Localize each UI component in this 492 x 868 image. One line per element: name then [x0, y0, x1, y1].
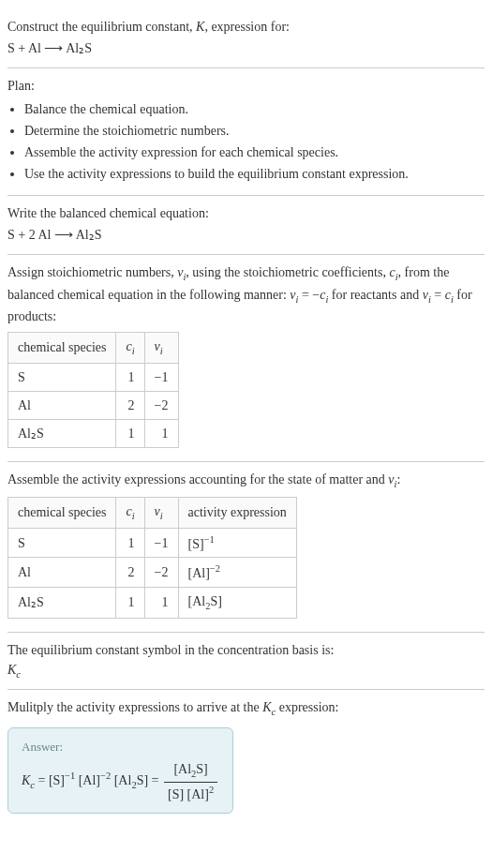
plan-section: Plan: Balance the chemical equation. Det… — [7, 68, 485, 196]
plan-list: Balance the chemical equation. Determine… — [7, 99, 485, 184]
plan-item: Balance the chemical equation. — [24, 99, 485, 119]
stoich-text: Assign stoichiometric numbers, νi, using… — [7, 262, 485, 326]
intro-equation: S + Al ⟶ Al₂S — [7, 38, 485, 58]
cell-ci: 1 — [116, 419, 144, 447]
cell-ci: 1 — [116, 528, 144, 558]
answer-box: Answer: Kc = [S]−1 [Al]−2 [Al2S] = [Al2S… — [7, 727, 233, 815]
balanced-section: Write the balanced chemical equation: S … — [7, 196, 485, 255]
plan-heading: Plan: — [7, 76, 485, 96]
symbol-value: Kc — [7, 660, 485, 682]
cell-species: S — [8, 528, 116, 558]
cell-species: Al — [8, 391, 116, 419]
cell-vi: −2 — [144, 558, 178, 588]
cell-vi: −2 — [144, 391, 178, 419]
cell-ci: 1 — [116, 363, 144, 391]
symbol-section: The equilibrium constant symbol in the c… — [7, 633, 485, 691]
table-row: Al 2 −2 [Al]−2 — [8, 558, 297, 588]
table-row: S 1 −1 [S]−1 — [8, 528, 297, 558]
table-row: Al 2 −2 — [8, 391, 179, 419]
final-section: Mulitply the activity expressions to arr… — [7, 690, 485, 821]
cell-vi: −1 — [144, 363, 178, 391]
stoich-table: chemical species ci νi S 1 −1 Al 2 −2 Al… — [7, 332, 179, 448]
cell-vi: −1 — [144, 528, 178, 558]
cell-vi: 1 — [144, 588, 178, 619]
table-header-row: chemical species ci νi activity expressi… — [8, 498, 297, 529]
plan-item: Assemble the activity expression for eac… — [24, 142, 485, 162]
col-expr: activity expression — [178, 498, 296, 529]
table-row: Al₂S 1 1 — [8, 419, 179, 447]
col-species: chemical species — [8, 498, 116, 529]
cell-species: Al₂S — [8, 588, 116, 619]
table-row: Al₂S 1 1 [Al2S] — [8, 588, 297, 619]
cell-expr: [S]−1 — [178, 528, 296, 558]
activity-text: Assemble the activity expressions accoun… — [7, 470, 485, 492]
answer-expression: Kc = [S]−1 [Al]−2 [Al2S] = [Al2S] [S] [A… — [22, 759, 219, 803]
cell-species: Al — [8, 558, 116, 588]
cell-species: S — [8, 363, 116, 391]
col-vi: νi — [144, 498, 178, 529]
balanced-heading: Write the balanced chemical equation: — [7, 203, 485, 223]
final-text: Mulitply the activity expressions to arr… — [7, 697, 485, 720]
col-species: chemical species — [8, 333, 116, 364]
cell-ci: 2 — [116, 391, 144, 419]
col-ci: ci — [116, 498, 144, 529]
cell-expr: [Al]−2 — [178, 558, 296, 588]
col-vi: νi — [144, 333, 178, 364]
table-header-row: chemical species ci νi — [8, 333, 179, 364]
balanced-equation: S + 2 Al ⟶ Al₂S — [7, 225, 485, 245]
cell-species: Al₂S — [8, 419, 116, 447]
table-row: S 1 −1 — [8, 363, 179, 391]
answer-label: Answer: — [22, 738, 219, 756]
plan-item: Use the activity expressions to build th… — [24, 164, 485, 184]
activity-table: chemical species ci νi activity expressi… — [7, 497, 297, 618]
activity-section: Assemble the activity expressions accoun… — [7, 462, 485, 633]
intro-line1: Construct the equilibrium constant, K, e… — [7, 17, 485, 37]
cell-expr: [Al2S] — [178, 588, 296, 619]
symbol-text: The equilibrium constant symbol in the c… — [7, 640, 485, 660]
cell-vi: 1 — [144, 419, 178, 447]
plan-item: Determine the stoichiometric numbers. — [24, 121, 485, 141]
intro-section: Construct the equilibrium constant, K, e… — [7, 7, 485, 68]
stoich-section: Assign stoichiometric numbers, νi, using… — [7, 255, 485, 462]
cell-ci: 2 — [116, 558, 144, 588]
cell-ci: 1 — [116, 588, 144, 619]
col-ci: ci — [116, 333, 144, 364]
